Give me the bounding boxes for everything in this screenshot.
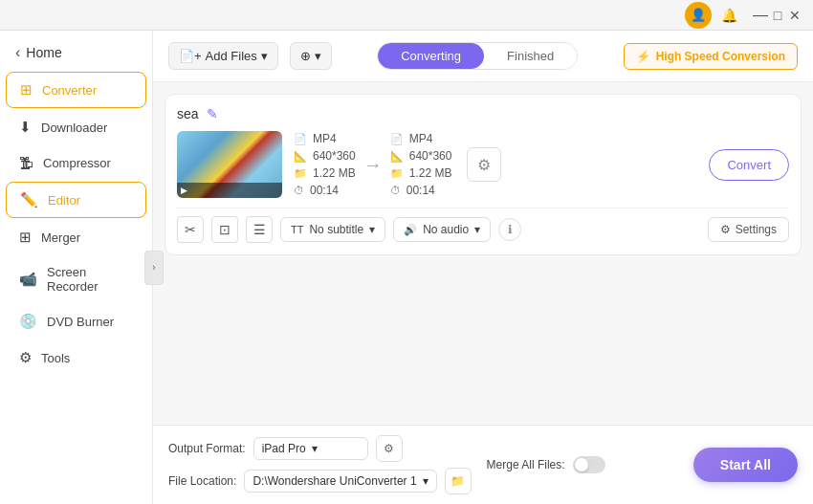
info-icon: ℹ <box>508 223 513 236</box>
add-files-dropdown-icon: ▾ <box>261 49 268 63</box>
source-duration-row: ⏱ 00:14 <box>294 184 356 197</box>
output-meta: 📄 MP4 📐 640*360 📁 1.22 MB <box>390 132 452 197</box>
bell-icon[interactable]: 🔔 <box>719 6 738 25</box>
gear-icon: ⚙ <box>477 156 491 174</box>
crop-icon: ⊡ <box>219 222 231 237</box>
settings-gear-icon: ⚙ <box>720 223 731 236</box>
sidebar-item-tools[interactable]: ⚙ Tools <box>6 340 146 375</box>
output-format-label: Output Format: <box>168 442 246 455</box>
resolution-icon: 📐 <box>294 150 307 163</box>
thumbnail-controls: ▶ <box>177 183 282 198</box>
merger-icon: ⊞ <box>19 229 32 246</box>
output-size: 1.22 MB <box>409 166 452 180</box>
sidebar-dvd-burner-label: DVD Burner <box>47 315 114 329</box>
subtitle-dropdown-icon: ▾ <box>369 223 375 236</box>
subtitle-icon: TT <box>291 224 303 235</box>
sidebar-compressor-label: Compressor <box>43 156 111 170</box>
file-location-browse-icon[interactable]: 📁 <box>445 468 472 494</box>
source-resolution-row: 📐 640*360 <box>294 149 356 163</box>
sidebar-item-merger[interactable]: ⊞ Merger <box>6 220 146 254</box>
sidebar-screen-recorder-label: Screen Recorder <box>47 265 133 294</box>
sidebar-collapse-button[interactable]: › <box>144 251 164 285</box>
audio-icon: 🔊 <box>404 224 417 236</box>
add-files-label: Add Files <box>206 49 257 63</box>
format-icon: 📄 <box>294 133 307 145</box>
source-resolution: 640*360 <box>313 149 356 163</box>
editor-icon: ✏️ <box>20 191 38 208</box>
main-area: 📄+ Add Files ▾ ⊕ ▾ Converting Finished ⚡… <box>153 31 813 504</box>
size-icon: 📁 <box>294 167 307 180</box>
minimize-button[interactable]: — <box>754 9 767 22</box>
sidebar-item-downloader[interactable]: ⬇ Downloader <box>6 110 146 144</box>
add-folder-button[interactable]: ⊕ ▾ <box>290 42 332 70</box>
bottom-bar: Output Format: iPad Pro ▾ ⚙ File Locatio… <box>153 425 813 504</box>
crop-button[interactable]: ⊡ <box>211 216 238 243</box>
top-toolbar: 📄+ Add Files ▾ ⊕ ▾ Converting Finished ⚡… <box>153 31 813 82</box>
cut-icon: ✂ <box>185 222 196 237</box>
source-size: 1.22 MB <box>313 166 356 180</box>
sidebar-item-editor[interactable]: ✏️ Editor <box>6 182 146 218</box>
output-resolution: 640*360 <box>409 149 452 163</box>
subtitle-select[interactable]: TT No subtitle ▾ <box>280 217 385 242</box>
tab-finished[interactable]: Finished <box>484 43 577 69</box>
audio-select[interactable]: 🔊 No audio ▾ <box>393 217 491 242</box>
sidebar-item-converter[interactable]: ⊞ Converter <box>6 72 146 108</box>
sidebar-home-label: Home <box>26 45 61 60</box>
sidebar-item-dvd-burner[interactable]: 💿 DVD Burner <box>6 304 146 339</box>
output-resolution-row: 📐 640*360 <box>390 149 452 163</box>
sidebar: ‹ Home ⊞ Converter ⬇ Downloader 🗜 Compre… <box>0 31 153 504</box>
file-content: ▶ 📄 MP4 📐 640*360 <box>177 131 789 198</box>
add-folder-dropdown-icon: ▾ <box>315 49 321 63</box>
add-folder-icon: ⊕ <box>300 49 311 63</box>
info-button[interactable]: ℹ <box>498 218 521 241</box>
add-files-button[interactable]: 📄+ Add Files ▾ <box>168 42 278 70</box>
merge-toggle[interactable] <box>573 456 605 473</box>
profile-icon[interactable]: 👤 <box>685 2 712 29</box>
audio-dropdown-icon: ▾ <box>474 223 480 236</box>
merge-toggle-group: Merge All Files: <box>487 456 605 473</box>
start-all-button[interactable]: Start All <box>693 448 798 482</box>
source-format: MP4 <box>313 132 337 145</box>
output-format-settings-icon[interactable]: ⚙ <box>376 435 403 462</box>
file-header: sea ✎ <box>177 106 789 121</box>
output-format-row: 📄 MP4 <box>390 132 452 145</box>
high-speed-button[interactable]: ⚡ High Speed Conversion <box>624 43 798 70</box>
file-edit-icon[interactable]: ✎ <box>207 106 218 121</box>
file-location-value: D:\Wondershare UniConverter 1 <box>253 474 416 488</box>
toggle-thumb <box>575 458 588 471</box>
output-resolution-icon: 📐 <box>390 150 404 163</box>
convert-button[interactable]: Convert <box>709 149 789 181</box>
output-format-field: Output Format: iPad Pro ▾ ⚙ <box>168 435 472 462</box>
back-arrow-icon: ‹ <box>15 44 20 61</box>
settings-button[interactable]: ⚙ Settings <box>708 217 789 242</box>
play-icon[interactable]: ▶ <box>181 186 187 195</box>
audio-label: No audio <box>423 223 469 236</box>
close-button[interactable]: ✕ <box>788 9 802 22</box>
file-location-dropdown-icon: ▾ <box>423 474 428 488</box>
actions-row: ✂ ⊡ ☰ TT No subtitle ▾ 🔊 <box>177 208 789 243</box>
file-thumbnail: ▶ <box>177 131 282 198</box>
lightning-icon: ⚡ <box>636 50 650 63</box>
format-settings-icon[interactable]: ⚙ <box>467 147 501 182</box>
tab-converting[interactable]: Converting <box>378 43 484 69</box>
output-duration-icon: ⏱ <box>390 185 401 196</box>
cut-button[interactable]: ✂ <box>177 216 204 243</box>
sidebar-item-screen-recorder[interactable]: 📹 Screen Recorder <box>6 256 146 302</box>
output-format-dropdown-icon: ▾ <box>312 442 318 455</box>
conversion-arrow: → <box>363 154 383 176</box>
sidebar-item-compressor[interactable]: 🗜 Compressor <box>6 146 146 180</box>
effects-button[interactable]: ☰ <box>246 216 273 243</box>
duration-icon: ⏱ <box>294 185 304 196</box>
sidebar-back-button[interactable]: ‹ Home <box>0 38 152 71</box>
effects-icon: ☰ <box>253 222 266 237</box>
file-location-select[interactable]: D:\Wondershare UniConverter 1 ▾ <box>244 470 436 493</box>
maximize-button[interactable]: □ <box>771 9 784 22</box>
sidebar-tools-label: Tools <box>41 351 70 365</box>
output-format-select[interactable]: iPad Pro ▾ <box>253 437 368 460</box>
merge-label: Merge All Files: <box>487 458 565 471</box>
add-files-icon: 📄+ <box>179 49 202 63</box>
file-name: sea <box>177 106 199 121</box>
source-meta: 📄 MP4 📐 640*360 📁 1.22 MB <box>294 132 356 197</box>
file-location-field: File Location: D:\Wondershare UniConvert… <box>168 468 472 494</box>
output-format-value: iPad Pro <box>262 442 306 455</box>
